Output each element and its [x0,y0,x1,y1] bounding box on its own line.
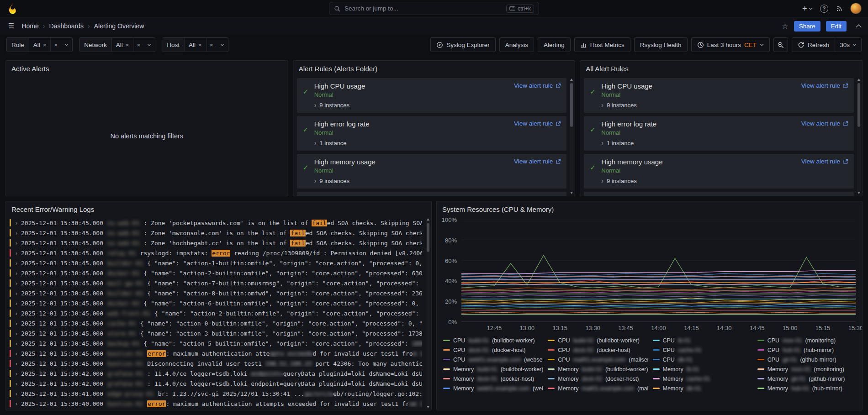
zoom-out-button[interactable] [773,37,788,52]
star-icon[interactable]: ☆ [782,22,788,31]
alert-rule-instances[interactable]: › 9 instances [601,177,848,184]
log-row[interactable]: › 2025-12-01 15:30:45.000 relay-01 rsysl… [10,248,422,258]
log-row[interactable]: › 2025-12-01 15:30:45.000 builder-02 { "… [10,288,422,298]
view-alert-rule-link[interactable]: View alert rule [801,120,848,127]
alert-rule-row[interactable]: ✓ Host stopped sending logs View alert r… [297,192,567,196]
log-row[interactable]: › 2025-12-01 15:30:45.000 docker-01 { "n… [10,268,422,278]
alert-rule-row[interactable]: ✓ High memory usage View alert rule Norm… [297,154,567,189]
log-row[interactable]: › 2025-12-01 15:30:45.000 mail-gw-01 { "… [10,278,422,288]
view-alert-rule-link[interactable]: View alert rule [801,158,848,165]
view-alert-rule-link[interactable]: View alert rule [514,120,561,127]
news-button[interactable] [836,5,843,12]
remove-value-icon[interactable]: × [198,42,202,48]
legend-item[interactable]: CPU mon-01 (monitoring) [757,336,857,345]
legend-item[interactable]: Memory cache-01 [653,374,753,383]
alert-rule-row[interactable]: ✓ High memory usage View alert rule Norm… [584,154,854,189]
scroll-down-icon[interactable] [570,192,573,194]
share-button[interactable]: Share [794,21,820,32]
legend-item[interactable]: CPU db-01 [653,355,753,364]
alert-rule-instances[interactable]: › 9 instances [314,177,561,184]
alert-rule-row[interactable]: ✓ High CPU usage View alert rule Normal … [584,78,854,113]
clear-all-icon[interactable]: × [133,38,143,52]
search-input[interactable]: Search or jump to... ctrl+k [329,2,539,15]
log-row[interactable]: › 2025-12-01 15:30:45.000 bastion-01 Dis… [10,358,422,368]
alert-rule-instances[interactable]: › 9 instances [601,101,848,109]
legend-item[interactable]: Memory mail01.example.com (mailserver) [548,383,648,393]
alert-rule-row[interactable]: ✓ High error log rate View alert rule No… [584,116,854,151]
alert-rule-row[interactable]: ✓ High CPU usage View alert rule Normal … [297,78,567,113]
chart-plot-area[interactable] [461,220,856,322]
log-row[interactable]: › 2025-12-01 15:30:45.000 ns-web-01 : Zo… [10,218,422,228]
alerting-button[interactable]: Alerting [538,37,571,52]
breadcrumb-item-home[interactable]: Home [21,22,38,30]
dropdown-chevron-icon[interactable] [61,38,72,52]
legend-item[interactable]: CPU git-01 (github-mirror) [757,355,857,364]
log-row[interactable]: › 2025-12-01 15:30:45.000 cache-01 { "na… [10,318,422,328]
alert-rule-row[interactable]: ✓ Host stopped sending logs View alert r… [584,192,854,196]
remove-value-icon[interactable]: × [126,42,129,48]
legend-item[interactable]: Memory build-02 (buildbot-worker) [548,364,648,374]
user-avatar[interactable] [850,3,862,14]
syslog-explorer-button[interactable]: Syslog Explorer [430,37,496,52]
log-row[interactable]: › 2025-12-01 15:30:42.000 grafana-01 : 1… [10,368,422,378]
log-row[interactable]: › 2025-12-01 15:30:45.000 builder-01 { "… [10,258,422,268]
clear-all-icon[interactable]: × [206,38,217,52]
analysis-button[interactable]: Analysis [499,37,534,52]
view-alert-rule-link[interactable]: View alert rule [801,82,848,89]
clear-all-icon[interactable]: × [50,38,61,52]
collapse-chevron-up-icon[interactable] [856,24,862,28]
scroll-up-icon[interactable] [570,79,573,81]
legend-item[interactable]: CPU build-01 (buildbot-worker) [443,336,543,345]
log-row[interactable]: › 2025-12-01 15:30:45.000 web-front-01 {… [10,308,422,318]
legend-item[interactable]: Memory web01.example.com (webserver) [443,383,543,393]
host-metrics-button[interactable]: Host Metrics [574,37,630,52]
variable-value-chip[interactable]: All× [185,42,206,48]
alert-rule-instances[interactable]: › 9 instances [314,101,561,109]
edit-button[interactable]: Edit [826,21,847,32]
legend-item[interactable]: Memory lb-01 [653,364,753,374]
log-row[interactable]: › 2025-12-01 15:30:45.000 store-01 { "na… [10,328,422,338]
breadcrumb-item-dashboards[interactable]: Dashboards [49,22,84,30]
scrollbar[interactable] [857,79,861,194]
variable-value-chip[interactable]: All× [112,42,133,48]
legend-item[interactable]: CPU build-02 (buildbot-worker) [548,336,648,345]
legend-item[interactable]: Memory mon-01 (monitoring) [757,364,857,374]
scrollbar-thumb[interactable] [857,83,860,127]
remove-value-icon[interactable]: × [43,42,47,48]
legend-item[interactable]: Memory git-01 (github-mirror) [757,374,857,383]
legend-item[interactable]: Memory db-01 [653,383,753,393]
alert-rule-instances[interactable]: › 1 instance [601,139,848,147]
legend-item[interactable]: CPU cache-01 [653,345,753,355]
refresh-button[interactable]: Refresh [792,38,835,52]
legend-item[interactable]: CPU web01.example.com (webserver) [443,355,543,364]
alert-rule-row[interactable]: ✓ High error log rate View alert rule No… [297,116,567,151]
log-row[interactable]: › 2025-12-01 15:30:45.000 ns-web-01 : Zo… [10,238,422,248]
legend-item[interactable]: CPU hub-01 (hub-mirror) [757,345,857,355]
view-alert-rule-link[interactable]: View alert rule [514,158,561,165]
help-button[interactable]: ? [820,5,828,13]
legend-item[interactable]: CPU dock-01 (docker-host) [443,345,543,355]
alert-rule-instances[interactable]: › 1 instance [314,139,561,147]
scrollbar-thumb[interactable] [570,83,573,127]
legend-item[interactable]: CPU lb-01 [653,336,753,345]
rsyslog-health-button[interactable]: Rsyslog Health [634,37,688,52]
scroll-down-icon[interactable] [857,192,860,194]
create-new-button[interactable]: + [802,4,813,13]
legend-item[interactable]: Memory build-01 (buildbot-worker) [443,364,543,374]
log-row[interactable]: › 2025-12-01 15:30:45.000 bastion-01 err… [10,348,422,358]
scroll-down-icon[interactable] [427,406,429,408]
legend-item[interactable]: Memory dock-02 (docker-host) [548,374,648,383]
log-row[interactable]: › 2025-12-01 15:30:40.000 bastion-02 err… [10,399,422,409]
legend-item[interactable]: Memory hub-01 (hub-mirror) [757,383,857,393]
scrollbar-thumb[interactable] [427,223,429,252]
log-row[interactable]: › 2025-12-01 15:30:45.000 backup-01 { "n… [10,338,422,348]
legend-item[interactable]: CPU dock-02 (docker-host) [548,345,648,355]
refresh-interval-dropdown[interactable]: 30s [835,38,861,52]
legend-item[interactable]: Memory dock-01 (docker-host) [443,374,543,383]
log-row[interactable]: › 2025-12-01 15:30:45.000 ns-web-01 : Zo… [10,228,422,238]
menu-toggle-button[interactable]: ☰ [6,22,16,30]
time-range-picker[interactable]: Last 3 hours CET [691,37,770,52]
scroll-up-icon[interactable] [857,79,860,81]
scrollbar[interactable] [426,219,430,408]
log-row[interactable]: › 2025-12-01 15:30:45.000 docker-02 { "n… [10,298,422,308]
